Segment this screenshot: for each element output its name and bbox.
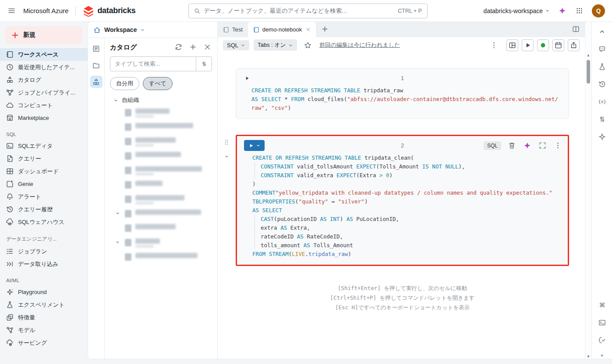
apps-grid-button[interactable]: [575, 6, 584, 15]
toolbar-share-button[interactable]: [568, 39, 580, 51]
sidebar-item-genie[interactable]: Genie: [0, 178, 88, 190]
notebook-cell-2[interactable]: 2 SQL CREATE OR REFRESH STREAMING TABLE …: [236, 135, 569, 266]
cell1-code[interactable]: CREATE OR REFRESH STREAMING TABLE tripda…: [236, 84, 569, 119]
panel-sparkle-outline-button[interactable]: [598, 132, 607, 141]
catalog-tree-item[interactable]: [110, 137, 212, 147]
notebook-more-button[interactable]: [489, 41, 499, 50]
panel-terminal-button[interactable]: [598, 318, 607, 327]
cell2-kebab-button[interactable]: [553, 141, 562, 150]
catalog-tree-item[interactable]: [110, 181, 212, 191]
toolbar-cluster-dot-button[interactable]: [537, 39, 549, 51]
catalog-search-input[interactable]: タイプして検索...: [110, 57, 196, 71]
sidebar-item-queries[interactable]: クエリー: [0, 152, 88, 165]
panel-flask-button[interactable]: [598, 62, 607, 71]
rail-folder-button[interactable]: [90, 59, 103, 71]
sidebar-item-sql-editor[interactable]: SQLエディタ: [0, 140, 88, 152]
sidebar-item-sql-warehouse[interactable]: SQLウェアハウス: [0, 216, 88, 228]
cell2-expand-button[interactable]: [538, 141, 547, 150]
catalog-tree-root[interactable]: 自組織: [110, 96, 212, 104]
panel-command-button[interactable]: ⌘: [598, 301, 607, 310]
scroll-down-arrow[interactable]: ▼: [587, 355, 591, 359]
favorite-button[interactable]: [303, 41, 312, 50]
catalog-tree-item[interactable]: [110, 195, 212, 205]
catalog-tree-item[interactable]: [110, 152, 212, 162]
catalog-tree-item[interactable]: [110, 166, 212, 176]
notebook-scrollbar[interactable]: ▲ ▼: [585, 22, 591, 359]
catalog-tree-item[interactable]: [110, 224, 212, 234]
hamburger-menu-button[interactable]: [7, 6, 16, 15]
sidebar-item-catalog[interactable]: カタログ: [0, 74, 88, 86]
tabbar-spacer: [334, 22, 567, 37]
catalog-tree-item[interactable]: [110, 123, 212, 133]
sidebar-item-features[interactable]: 特徴量: [0, 311, 88, 324]
sidebar-item-label: ワークスペース: [18, 51, 59, 59]
close-icon: [204, 43, 211, 51]
sidebar-item-workflows[interactable]: ジョブとパイプライ...: [0, 86, 88, 99]
last-edit-link[interactable]: 前回の編集は今に行われました: [319, 41, 400, 49]
tabs-toggle-select[interactable]: Tabs : オン: [254, 39, 297, 51]
sidebar-item-dashboards[interactable]: ダッシュボード: [0, 165, 88, 178]
cell1-collapse-button[interactable]: [243, 74, 251, 82]
catalog-tree-item[interactable]: [110, 253, 212, 263]
assistant-button[interactable]: [558, 6, 567, 15]
catalog-close-button[interactable]: [203, 42, 212, 52]
toolbar-schedule-button[interactable]: [552, 39, 564, 51]
catalog-filter-button[interactable]: [196, 57, 212, 71]
filter-chip[interactable]: すべて: [143, 77, 173, 90]
sidebar-item-data-ingestion[interactable]: データ取り込み: [0, 258, 88, 270]
sidebar-item-history[interactable]: クエリー履歴: [0, 203, 88, 216]
scroll-up-arrow[interactable]: ▲: [587, 53, 591, 57]
databricks-logo[interactable]: databricks: [83, 5, 135, 17]
apps-grid-icon: [576, 7, 583, 14]
sidebar-item-serving[interactable]: サービング: [0, 336, 88, 349]
sidebar-item-job-runs[interactable]: ジョブラン: [0, 245, 88, 258]
code-line: COMMENT"yellow_tripdata with cleaned-up …: [252, 189, 561, 197]
cell2-drag-handle[interactable]: [223, 138, 230, 146]
rail-toc-button[interactable]: [90, 42, 103, 55]
new-tab-button[interactable]: [316, 22, 334, 37]
panel-code-check-button[interactable]: [598, 336, 607, 345]
cell2-collapse-button[interactable]: [223, 153, 230, 160]
cell2-code[interactable]: CREATE OR REFRESH STREAMING TABLE tripda…: [237, 152, 568, 265]
sidebar-item-compute[interactable]: コンピュート: [0, 99, 88, 112]
sidebar-item-alerts[interactable]: アラート: [0, 190, 88, 203]
workspace-selector[interactable]: databricks-workspace: [484, 7, 550, 14]
cell2-sparkle-button[interactable]: [523, 141, 532, 150]
workspace-icon: [223, 27, 229, 33]
tab-demo-notebook[interactable]: demo-notebook: [248, 22, 316, 37]
tab-Test[interactable]: Test: [218, 22, 248, 37]
panel-braces-x-button[interactable]: {x}: [598, 97, 607, 106]
catalog-tree-item[interactable]: [110, 238, 212, 248]
cell2-run-button[interactable]: [244, 140, 265, 151]
toolbar-layout-button[interactable]: [506, 39, 518, 51]
browser-header[interactable]: Workspace: [88, 22, 217, 38]
panel-history-button[interactable]: [598, 80, 607, 89]
split-view-button[interactable]: [567, 22, 585, 37]
rail-catalog-button[interactable]: [90, 76, 103, 88]
sidebar-item-playground[interactable]: Playground: [0, 286, 88, 298]
sidebar-item-flask[interactable]: エクスペリメント: [0, 298, 88, 311]
toolbar-play-button[interactable]: [522, 39, 534, 51]
search-icon: [194, 8, 200, 14]
strip-overflow-arrow[interactable]: ▾: [601, 353, 603, 358]
cell2-trash-button[interactable]: [507, 141, 516, 150]
scrollbar-thumb[interactable]: [587, 60, 590, 84]
sidebar-item-recents[interactable]: 最近使用したアイテ...: [0, 61, 88, 74]
user-avatar[interactable]: Q: [592, 4, 605, 18]
close-tab-icon[interactable]: [306, 27, 311, 32]
catalog-plus-button[interactable]: [188, 42, 198, 52]
language-select[interactable]: SQL: [223, 40, 249, 50]
catalog-refresh-button[interactable]: [174, 42, 183, 52]
panel-comment-button[interactable]: [598, 45, 607, 54]
sidebar-item-models[interactable]: モデル: [0, 324, 88, 336]
sidebar-item-workspace[interactable]: ワークスペース: [0, 48, 88, 61]
catalog-tree-item[interactable]: [110, 108, 212, 119]
catalog-tree-item[interactable]: [110, 210, 212, 220]
panel-filter-button[interactable]: [598, 115, 607, 124]
new-button[interactable]: 新規: [5, 26, 82, 44]
global-search-input[interactable]: データ、ノートブック、最近のアイテムなどを検索... CTRL + P: [188, 4, 428, 18]
panel-chevron-up-button[interactable]: [598, 27, 607, 36]
notebook-cell-1[interactable]: 1 CREATE OR REFRESH STREAMING TABLE trip…: [236, 68, 569, 119]
filter-chip[interactable]: 自分用: [110, 77, 139, 90]
sidebar-item-marketplace[interactable]: Marketplace: [0, 112, 88, 124]
